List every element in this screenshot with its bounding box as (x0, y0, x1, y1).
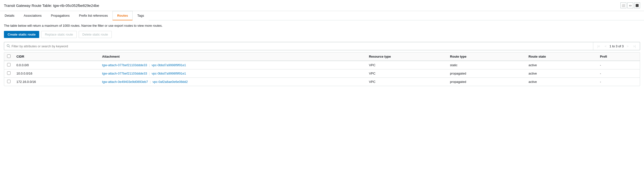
col-header-cidr: CIDR (14, 52, 99, 61)
table-wrapper: CIDR Attachment Resource type Route type… (4, 52, 640, 86)
attachment-link[interactable]: tgw-attach-077bef21103ddde33 (102, 72, 147, 75)
window-restore-btn[interactable]: ⬜ (620, 2, 626, 8)
row-route-state: active (526, 78, 597, 86)
row-checkbox[interactable] (7, 63, 10, 66)
tab-details[interactable]: Details (0, 11, 19, 20)
row-attachment: tgw-attach-077bef21103ddde33 | vpc-0bbd7… (99, 61, 366, 70)
attachment-link[interactable]: tgw-attach-0e49403e9d0893eb7 (102, 80, 148, 84)
header-title: Transit Gateway Route Table: tgw-rtb-05c… (4, 4, 99, 8)
col-header-route-state: Route state (526, 52, 597, 61)
row-route-type: propagated (447, 78, 526, 86)
row-checkbox[interactable] (7, 80, 10, 83)
row-prefix: - (597, 61, 640, 70)
row-route-type: propagated (447, 70, 526, 78)
vpc-link[interactable]: vpc-0bbd7a9998f9f91e1 (152, 63, 186, 67)
content-area: The table below will return a maximum of… (0, 20, 644, 90)
select-all-checkbox[interactable] (7, 54, 10, 58)
tab-propagations[interactable]: Propagations (46, 11, 74, 20)
tab-routes[interactable]: Routes (112, 11, 132, 20)
pagination-text: 1 to 3 of 3 (610, 44, 624, 48)
col-header-resource-type: Resource type (366, 52, 447, 61)
last-page-button[interactable]: >| (632, 43, 638, 49)
row-route-type: static (447, 61, 526, 70)
svg-line-1 (9, 46, 10, 47)
row-attachment: tgw-attach-077bef21103ddde33 | vpc-0bbd7… (99, 70, 366, 78)
row-cidr: 172.16.0.0/16 (14, 78, 99, 86)
delete-static-route-button[interactable]: Delete static route (79, 31, 112, 38)
search-icon (6, 44, 10, 48)
row-resource-type: VPC (366, 61, 447, 70)
tab-prefix-list-references[interactable]: Prefix list references (74, 11, 112, 20)
row-checkbox[interactable] (7, 71, 10, 75)
window-maximize-btn[interactable]: ⬛ (634, 2, 640, 8)
row-cidr: 10.0.0.0/16 (14, 70, 99, 78)
replace-static-route-button[interactable]: Replace static route (41, 31, 77, 38)
window-minimize-btn[interactable]: ▭ (627, 2, 633, 8)
attachment-separator: | (149, 63, 151, 67)
col-header-attachment: Attachment (99, 52, 366, 61)
row-checkbox-cell (4, 61, 14, 70)
tab-tags[interactable]: Tags (132, 11, 148, 20)
row-route-state: active (526, 70, 597, 78)
attachment-link[interactable]: tgw-attach-077bef21103ddde33 (102, 63, 147, 67)
table-row: 172.16.0.0/16 tgw-attach-0e49403e9d0893e… (4, 78, 640, 86)
info-text: The table below will return a maximum of… (4, 24, 640, 28)
row-attachment: tgw-attach-0e49403e9d0893eb7 | vpc-0af2a… (99, 78, 366, 86)
search-input[interactable] (12, 44, 590, 48)
row-resource-type: VPC (366, 70, 447, 78)
first-page-button[interactable]: |< (596, 43, 602, 49)
col-header-prefix: Prefi (597, 52, 640, 61)
header-icons: ⬜ ▭ ⬛ (620, 2, 640, 8)
header-bar: Transit Gateway Route Table: tgw-rtb-05c… (0, 0, 644, 11)
table-row: 0.0.0.0/0 tgw-attach-077bef21103ddde33 |… (4, 61, 640, 70)
tab-associations[interactable]: Associations (19, 11, 46, 20)
vpc-link[interactable]: vpc-0af2a8ae0e6e08dd2 (152, 80, 188, 84)
prev-page-button[interactable]: < (602, 43, 608, 49)
filter-input-wrap (4, 43, 593, 50)
pagination-area: |< < 1 to 3 of 3 > >| (593, 42, 640, 50)
row-checkbox-cell (4, 78, 14, 86)
attachment-separator: | (150, 80, 152, 84)
row-prefix: - (597, 78, 640, 86)
select-all-header (4, 52, 14, 61)
routes-table: CIDR Attachment Resource type Route type… (4, 52, 640, 86)
table-row: 10.0.0.0/16 tgw-attach-077bef21103ddde33… (4, 70, 640, 78)
vpc-link[interactable]: vpc-0bbd7a9998f9f91e1 (152, 72, 186, 75)
row-resource-type: VPC (366, 78, 447, 86)
row-checkbox-cell (4, 70, 14, 78)
tabs-bar: Details Associations Propagations Prefix… (0, 11, 644, 20)
col-header-route-type: Route type (447, 52, 526, 61)
attachment-separator: | (149, 72, 151, 75)
row-prefix: - (597, 70, 640, 78)
create-static-route-button[interactable]: Create static route (4, 31, 39, 38)
filter-bar: |< < 1 to 3 of 3 > >| (4, 42, 640, 50)
action-buttons: Create static route Replace static route… (4, 31, 640, 38)
next-page-button[interactable]: > (625, 43, 630, 49)
row-cidr: 0.0.0.0/0 (14, 61, 99, 70)
row-route-state: active (526, 61, 597, 70)
